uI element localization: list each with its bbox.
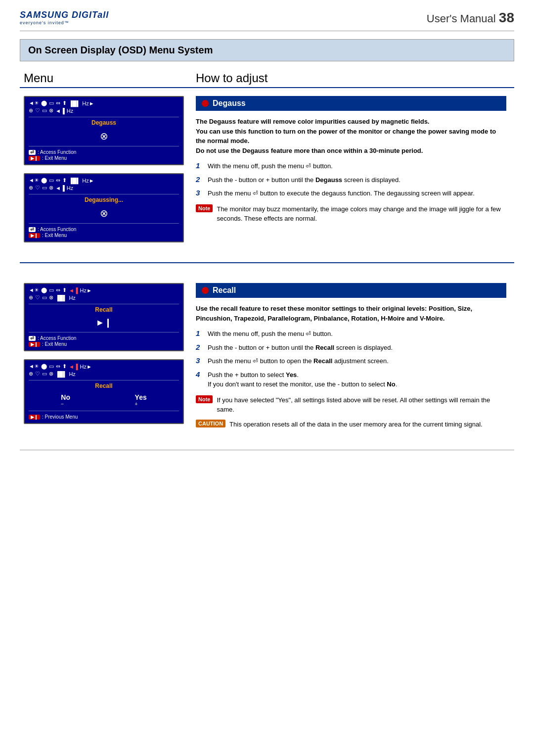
recall-step1: 1 With the menu off, push the menu ⏎ but…: [196, 329, 506, 339]
recall-osd1-exit-line: ▶❙ : Exit Menu: [29, 341, 179, 347]
recall-osd1-label: Recall: [29, 306, 179, 313]
osd2-access-text: : Access Function: [38, 227, 76, 232]
osd2-access-line: ⏎ : Access Function: [29, 227, 179, 232]
osd1-access-line: ⏎ : Access Function: [29, 149, 179, 155]
hz3-icon: Hz►: [82, 178, 94, 184]
recall-step2-text: Push the - button or + button until the …: [208, 343, 393, 353]
osd2-second-row: ⊕ ♡ ▭ ⊗ ◄▐ Hz: [29, 185, 179, 191]
recall-step3-text: Push the menu ⏎ button to open the Recal…: [208, 356, 389, 366]
active2-icon: ◄▐: [55, 185, 65, 191]
r-pos-icon: ⇔: [56, 287, 60, 293]
osd2-label: Degaussing...: [29, 196, 179, 203]
recall-osd2-prev-text: : Previous Menu: [42, 414, 78, 420]
yes-text: Yes: [135, 393, 147, 401]
top-divider: [20, 31, 514, 31]
column-headers: Menu How to adjust: [20, 69, 514, 88]
recall-osd2-prev-line: ▶❙ : Previous Menu: [29, 414, 179, 420]
recall-osd2: ◄☀ ⬤ ▭ ⇔ ⬆ ◄▐ Hz► ⊕ ♡ ▭ ⊗ ▐█▌ Hz Rec: [24, 359, 184, 424]
recall-step4-text: Push the + button to select Yes.If you d…: [208, 370, 397, 389]
section-title: On Screen Display (OSD) Menu System: [28, 45, 506, 56]
degauss-title: Degauss: [213, 99, 246, 108]
osd2-divider2: [29, 223, 179, 224]
recall-osd1-access-line: ⏎ : Access Function: [29, 335, 179, 341]
logo-area: SAMSUNG DIGITall everyone's invited™: [20, 10, 109, 25]
r2-active-icon: ◄▐: [69, 364, 78, 370]
pos2-icon: ⇔: [56, 177, 60, 184]
recall-osd2-top-row: ◄☀ ⬤ ▭ ⇔ ⬆ ◄▐ Hz►: [29, 363, 179, 370]
exit2-btn-icon: ▶❙: [29, 233, 40, 238]
rect2-icon: ▭: [42, 185, 47, 191]
recall-step2-num: 2: [196, 343, 204, 351]
osd1-second-row: ⊕ ♡ ▭ ⊗ ◄▐ Hz: [29, 107, 179, 114]
r-rect-icon: ▭: [42, 294, 47, 301]
r-phi-icon: ⊕: [29, 294, 33, 301]
misc2-icon: ▐█▌: [69, 178, 80, 184]
r-hz-icon: Hz►: [80, 287, 92, 293]
r2-contrast-icon: ⬤: [41, 363, 47, 370]
cross-icon: ⊗: [49, 107, 53, 114]
r2-pos-icon: ⇔: [56, 363, 60, 370]
r-geo-icon: ⬆: [62, 287, 67, 293]
adjust-col-header: How to adjust: [188, 69, 514, 87]
recall-osd2-divider: [29, 380, 179, 380]
recall-osd1-divider: [29, 304, 179, 304]
contrast-icon: ⬤: [41, 100, 47, 106]
logo-tagline: everyone's invited™: [20, 20, 109, 25]
r-contrast-icon: ⬤: [41, 287, 47, 293]
recall-osd1-top-row: ◄☀ ⬤ ▭ ⇔ ⬆ ◄▐ Hz►: [29, 287, 179, 293]
cross2-icon: ⊗: [49, 185, 53, 191]
heart2-icon: ♡: [35, 185, 40, 191]
recall-osd2-second-row: ⊕ ♡ ▭ ⊗ ▐█▌ Hz: [29, 371, 179, 377]
r-brightness-icon: ◄☀: [29, 287, 39, 293]
step3-text: Push the menu ⏎ button to execute the de…: [208, 189, 475, 198]
r2-brightness-icon: ◄☀: [29, 363, 39, 370]
step1-num: 1: [196, 161, 204, 170]
manual-label: User's Manual: [427, 12, 496, 25]
size2-icon: ▭: [49, 177, 54, 184]
brightness-icon: ◄☀: [29, 100, 39, 106]
r2-cross-icon: ⊗: [49, 371, 53, 377]
recall-adjust-col: Recall Use the recall feature to reset t…: [188, 275, 514, 442]
degauss-note-label: Note: [196, 204, 213, 212]
recall-osd1-second-row: ⊕ ♡ ▭ ⊗ ▐█▌ Hz: [29, 294, 179, 301]
recall-osd1-access-text: : Access Function: [38, 335, 76, 341]
phi2-icon: ⊕: [29, 185, 33, 191]
osd2-divider: [29, 194, 179, 194]
contrast2-icon: ⬤: [41, 177, 47, 184]
osd2-exit-line: ▶❙ : Exit Menu: [29, 233, 179, 238]
recall-osd1-divider2: [29, 332, 179, 332]
page-number: 38: [499, 10, 514, 25]
geo2-icon: ⬆: [62, 177, 67, 184]
recall-step3: 3 Push the menu ⏎ button to open the Rec…: [196, 356, 506, 366]
recall-osd1: ◄☀ ⬤ ▭ ⇔ ⬆ ◄▐ Hz► ⊕ ♡ ▭ ⊗ ▐█▌ Hz Rec: [24, 283, 184, 351]
samsung-logo: SAMSUNG DIGITall: [20, 10, 109, 20]
osd1-center-icon: ⊗: [29, 130, 179, 142]
enter2-btn-icon: ⏎: [29, 227, 36, 232]
recall-osd1-footer: ⏎ : Access Function ▶❙ : Exit Menu: [29, 335, 179, 347]
r-cross-icon: ⊗: [49, 294, 53, 301]
r2-geo-icon: ⬆: [62, 363, 67, 370]
r2-prev-btn-icon: ▶❙: [29, 415, 40, 420]
phi-icon: ⊕: [29, 107, 33, 114]
osd1-exit-line: ▶❙ : Exit Menu: [29, 155, 179, 161]
r2-size-icon: ▭: [49, 363, 54, 370]
recall-caution-label: CAUTION: [196, 420, 225, 427]
recall-step4-num: 4: [196, 370, 204, 378]
osd2-center-icon: ⊗: [29, 207, 179, 219]
degauss-steps: 1 With the menu off, push the menu ⏎ but…: [196, 161, 506, 198]
osd1-divider2: [29, 146, 179, 146]
recall-step2: 2 Push the - button or + button until th…: [196, 343, 506, 353]
osd1-footer: ⏎ : Access Function ▶❙ : Exit Menu: [29, 149, 179, 161]
recall-title: Recall: [213, 286, 236, 295]
osd2-top-row: ◄☀ ⬤ ▭ ⇔ ⬆ ▐█▌ Hz►: [29, 177, 179, 184]
no-option: No −: [61, 393, 70, 407]
recall-osd2-label: Recall: [29, 382, 179, 389]
hz4-icon: Hz: [67, 185, 73, 191]
recall-note: Note If you have selected "Yes", all set…: [196, 395, 506, 415]
r-exit-btn-icon: ▶❙: [29, 342, 40, 347]
osd1-label: Degauss: [29, 119, 179, 126]
header: SAMSUNG DIGITall everyone's invited™ Use…: [20, 10, 514, 26]
recall-osd1-exit-text: : Exit Menu: [42, 341, 67, 347]
recall-caution-text: This operation resets all of the data in…: [229, 420, 483, 429]
degauss-dot: [202, 100, 209, 107]
